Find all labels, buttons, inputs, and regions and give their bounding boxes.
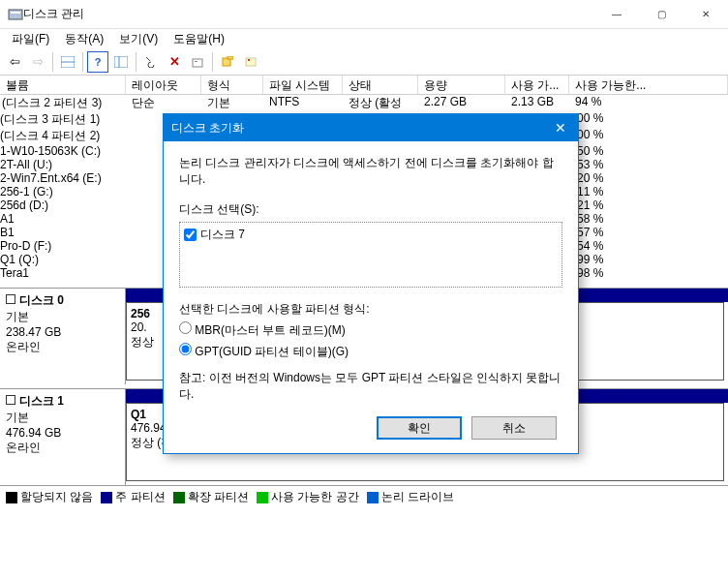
- col-capacity[interactable]: 용량: [418, 76, 505, 94]
- toolbar: ⇦ ⇨ ? ✕: [0, 48, 728, 76]
- svg-rect-9: [228, 56, 233, 59]
- volume-name: 2-Win7.Ent.x64 (E:): [0, 171, 102, 185]
- col-layout[interactable]: 레이아웃: [126, 76, 201, 94]
- col-type[interactable]: 형식: [201, 76, 263, 94]
- volume-name: Pro-D (F:): [0, 239, 51, 253]
- volume-name: 256-1 (G:): [0, 185, 53, 198]
- help-button[interactable]: ?: [87, 51, 108, 73]
- volume-name: (디스크 4 파티션 2): [0, 128, 100, 144]
- volume-pct: 98 %: [577, 266, 603, 280]
- volume-pct: 54 %: [577, 239, 603, 253]
- svg-rect-6: [193, 59, 202, 67]
- svg-rect-0: [9, 10, 22, 19]
- disk-select-label: 디스크 선택(S):: [179, 201, 562, 218]
- svg-rect-1: [11, 12, 20, 14]
- mbr-radio[interactable]: [179, 321, 192, 334]
- dialog-intro: 논리 디스크 관리자가 디스크에 액세스하기 전에 디스크를 초기화해야 합니다…: [179, 155, 562, 188]
- mbr-radio-label[interactable]: MBR(마스터 부트 레코드)(M): [179, 321, 562, 339]
- views-button[interactable]: [110, 51, 132, 73]
- volume-pct: 99 %: [577, 253, 603, 266]
- dialog-close-icon[interactable]: ✕: [551, 120, 570, 136]
- svg-rect-7: [195, 61, 197, 62]
- disk-name: 디스크 1: [19, 394, 64, 408]
- volume-pct: 20 %: [577, 171, 603, 185]
- disk-name: 디스크 0: [19, 293, 64, 307]
- titlebar: 디스크 관리 — ▢ ✕: [0, 0, 728, 29]
- volume-pct: 57 %: [577, 226, 603, 239]
- properties-button[interactable]: [187, 51, 208, 73]
- dialog-title: 디스크 초기화: [171, 120, 551, 137]
- partition-style-label: 선택한 디스크에 사용할 파티션 형식:: [179, 301, 562, 318]
- col-filesystem[interactable]: 파일 시스템: [263, 76, 343, 94]
- volume-pct: 21 %: [577, 198, 603, 212]
- legend-unallocated: 할당되지 않음: [20, 490, 93, 503]
- volume-name: Q1 (Q:): [0, 253, 39, 266]
- dialog-titlebar[interactable]: 디스크 초기화 ✕: [164, 114, 578, 141]
- legend-primary: 주 파티션: [115, 490, 165, 503]
- legend-logical: 논리 드라이브: [381, 490, 454, 503]
- volume-name: B1: [0, 226, 15, 239]
- maximize-button[interactable]: ▢: [639, 0, 683, 29]
- new-volume-button[interactable]: [217, 51, 238, 73]
- cancel-button[interactable]: 취소: [471, 416, 557, 440]
- forward-button[interactable]: ⇨: [27, 51, 48, 73]
- volume-name: (디스크 2 파티션 3): [2, 95, 102, 111]
- volume-name: 1-W10-15063K (C:): [0, 144, 101, 158]
- volume-name: Tera1: [0, 266, 29, 280]
- disk-select-list[interactable]: 디스크 7: [179, 222, 562, 288]
- gpt-radio[interactable]: [179, 343, 192, 355]
- volume-name: 256d (D:): [0, 198, 48, 212]
- close-button[interactable]: ✕: [683, 0, 728, 29]
- volume-name: (디스크 3 파티션 1): [0, 111, 100, 128]
- delete-button[interactable]: ✕: [164, 51, 185, 73]
- dialog-note: 참고: 이전 버전의 Windows는 모두 GPT 파티션 스타일은 인식하지…: [179, 370, 562, 403]
- disk-mgmt-icon: [8, 7, 23, 22]
- volume-pct: 50 %: [577, 144, 603, 158]
- minimize-button[interactable]: —: [594, 0, 639, 29]
- volume-pct: 58 %: [577, 212, 603, 226]
- svg-point-11: [248, 59, 250, 61]
- svg-rect-10: [246, 58, 256, 66]
- col-volume[interactable]: 볼륨: [0, 76, 126, 94]
- volume-pct: 00 %: [577, 128, 603, 144]
- window-title: 디스크 관리: [23, 6, 594, 22]
- mount-button[interactable]: [240, 51, 261, 73]
- menu-file[interactable]: 파일(F): [4, 29, 57, 48]
- menu-action[interactable]: 동작(A): [57, 29, 111, 48]
- col-free[interactable]: 사용 가...: [505, 76, 569, 94]
- menubar: 파일(F) 동작(A) 보기(V) 도움말(H): [0, 29, 728, 48]
- col-free-pct[interactable]: 사용 가능한...: [569, 76, 728, 94]
- volume-name: 2T-All (U:): [0, 158, 52, 171]
- volume-pct: 11 %: [577, 185, 603, 198]
- col-status[interactable]: 상태: [343, 76, 418, 94]
- initialize-disk-dialog: 디스크 초기화 ✕ 논리 디스크 관리자가 디스크에 액세스하기 전에 디스크를…: [163, 113, 579, 454]
- gpt-radio-label[interactable]: GPT(GUID 파티션 테이블)(G): [179, 343, 562, 360]
- menu-view[interactable]: 보기(V): [111, 29, 166, 48]
- menu-help[interactable]: 도움말(H): [166, 29, 232, 48]
- ok-button[interactable]: 확인: [377, 416, 462, 440]
- legend-extended: 확장 파티션: [188, 490, 249, 503]
- list-item[interactable]: (디스크 2 파티션 3) 단순 기본 NTFS 정상 (활성 2.27 GB …: [0, 95, 728, 111]
- column-headers: 볼륨 레이아웃 형식 파일 시스템 상태 용량 사용 가... 사용 가능한..…: [0, 76, 728, 95]
- disk-checkbox-item[interactable]: 디스크 7: [184, 227, 558, 243]
- back-button[interactable]: ⇦: [4, 51, 25, 73]
- legend-free: 사용 가능한 공간: [271, 490, 359, 503]
- legend: 할당되지 않음 주 파티션 확장 파티션 사용 가능한 공간 논리 드라이브: [0, 485, 728, 508]
- volume-pct: 53 %: [577, 158, 603, 171]
- refresh-button[interactable]: [140, 51, 162, 73]
- volume-name: A1: [0, 212, 15, 226]
- layout-button[interactable]: [57, 51, 78, 73]
- disk7-checkbox[interactable]: [184, 229, 197, 241]
- volume-pct: 00 %: [577, 111, 603, 128]
- svg-rect-4: [114, 56, 128, 68]
